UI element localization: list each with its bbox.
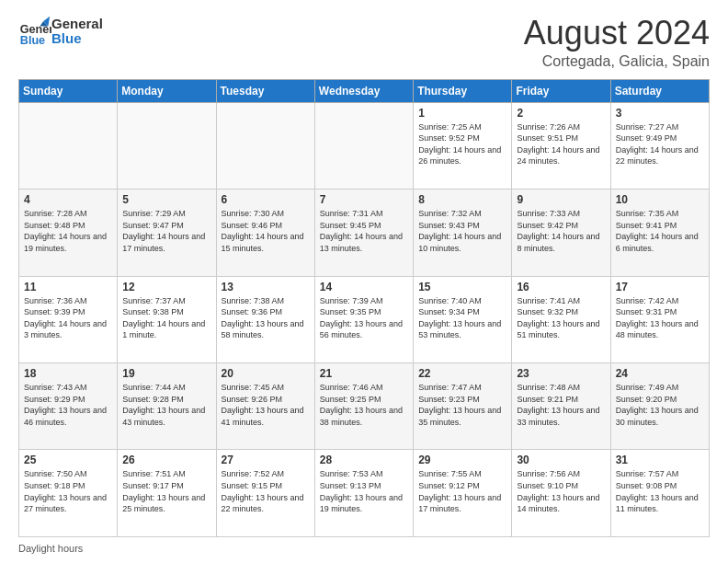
day-number: 24 (616, 367, 704, 380)
day-number: 11 (24, 281, 112, 293)
day-info: Sunrise: 7:56 AM Sunset: 9:10 PM Dayligh… (517, 468, 605, 514)
day-info: Sunrise: 7:52 AM Sunset: 9:15 PM Dayligh… (222, 468, 310, 514)
day-number: 6 (222, 193, 310, 206)
calendar-cell (216, 102, 314, 189)
day-number: 23 (517, 367, 605, 380)
day-info: Sunrise: 7:48 AM Sunset: 9:21 PM Dayligh… (517, 382, 605, 428)
day-info: Sunrise: 7:28 AM Sunset: 9:48 PM Dayligh… (24, 208, 112, 254)
calendar-cell: 24Sunrise: 7:49 AM Sunset: 9:20 PM Dayli… (610, 363, 709, 450)
logo-icon: General Blue (18, 15, 51, 48)
day-info: Sunrise: 7:45 AM Sunset: 9:26 PM Dayligh… (222, 382, 310, 428)
day-info: Sunrise: 7:36 AM Sunset: 9:39 PM Dayligh… (24, 295, 112, 341)
day-number: 30 (517, 454, 605, 466)
calendar-cell: 31Sunrise: 7:57 AM Sunset: 9:08 PM Dayli… (610, 450, 709, 537)
day-info: Sunrise: 7:29 AM Sunset: 9:47 PM Dayligh… (122, 208, 210, 254)
day-info: Sunrise: 7:41 AM Sunset: 9:32 PM Dayligh… (517, 295, 605, 341)
day-info: Sunrise: 7:27 AM Sunset: 9:49 PM Dayligh… (616, 121, 704, 167)
day-number: 21 (320, 367, 408, 380)
day-number: 18 (24, 367, 112, 380)
day-info: Sunrise: 7:31 AM Sunset: 9:45 PM Dayligh… (320, 208, 408, 254)
calendar-table: SundayMondayTuesdayWednesdayThursdayFrid… (18, 79, 710, 537)
week-row-5: 25Sunrise: 7:50 AM Sunset: 9:18 PM Dayli… (19, 450, 710, 537)
day-info: Sunrise: 7:43 AM Sunset: 9:29 PM Dayligh… (24, 382, 112, 428)
day-number: 7 (320, 193, 408, 206)
calendar-cell: 22Sunrise: 7:47 AM Sunset: 9:23 PM Dayli… (414, 363, 512, 450)
week-row-1: 1Sunrise: 7:25 AM Sunset: 9:52 PM Daylig… (19, 102, 710, 189)
logo-line1: General (51, 17, 103, 32)
weekday-header-wednesday: Wednesday (314, 79, 413, 102)
day-number: 20 (222, 367, 310, 380)
calendar-cell: 20Sunrise: 7:45 AM Sunset: 9:26 PM Dayli… (216, 363, 314, 450)
day-number: 31 (616, 454, 704, 466)
week-row-2: 4Sunrise: 7:28 AM Sunset: 9:48 PM Daylig… (19, 190, 710, 276)
calendar-cell: 2Sunrise: 7:26 AM Sunset: 9:51 PM Daylig… (512, 102, 610, 189)
month-title: August 2024 (524, 15, 710, 52)
day-number: 4 (24, 193, 112, 206)
day-number: 3 (616, 107, 704, 120)
calendar-cell: 27Sunrise: 7:52 AM Sunset: 9:15 PM Dayli… (216, 450, 314, 537)
day-info: Sunrise: 7:39 AM Sunset: 9:35 PM Dayligh… (320, 295, 408, 341)
calendar-cell: 6Sunrise: 7:30 AM Sunset: 9:46 PM Daylig… (216, 190, 314, 276)
calendar-cell: 15Sunrise: 7:40 AM Sunset: 9:34 PM Dayli… (414, 276, 512, 362)
calendar-cell: 12Sunrise: 7:37 AM Sunset: 9:38 PM Dayli… (118, 276, 216, 362)
day-info: Sunrise: 7:47 AM Sunset: 9:23 PM Dayligh… (418, 382, 506, 428)
week-row-3: 11Sunrise: 7:36 AM Sunset: 9:39 PM Dayli… (19, 276, 710, 362)
calendar-cell: 16Sunrise: 7:41 AM Sunset: 9:32 PM Dayli… (512, 276, 610, 362)
day-number: 25 (24, 454, 112, 466)
day-info: Sunrise: 7:26 AM Sunset: 9:51 PM Dayligh… (517, 121, 605, 167)
day-number: 14 (320, 281, 408, 293)
day-number: 17 (616, 281, 704, 293)
footer: Daylight hours (18, 543, 710, 554)
title-block: August 2024 Cortegada, Galicia, Spain (524, 15, 710, 70)
day-info: Sunrise: 7:50 AM Sunset: 9:18 PM Dayligh… (24, 468, 112, 514)
day-number: 29 (418, 454, 506, 466)
calendar-cell: 18Sunrise: 7:43 AM Sunset: 9:29 PM Dayli… (19, 363, 118, 450)
calendar-cell (19, 102, 118, 189)
header: General Blue General Blue August 2024 Co… (18, 15, 710, 70)
week-row-4: 18Sunrise: 7:43 AM Sunset: 9:29 PM Dayli… (19, 363, 710, 450)
footer-label: Daylight hours (18, 543, 83, 554)
day-info: Sunrise: 7:46 AM Sunset: 9:25 PM Dayligh… (320, 382, 408, 428)
calendar-cell: 4Sunrise: 7:28 AM Sunset: 9:48 PM Daylig… (19, 190, 118, 276)
day-info: Sunrise: 7:37 AM Sunset: 9:38 PM Dayligh… (122, 295, 210, 341)
logo: General Blue General Blue (18, 15, 103, 48)
calendar-cell: 17Sunrise: 7:42 AM Sunset: 9:31 PM Dayli… (610, 276, 709, 362)
weekday-header-tuesday: Tuesday (216, 79, 314, 102)
calendar-cell: 10Sunrise: 7:35 AM Sunset: 9:41 PM Dayli… (610, 190, 709, 276)
day-number: 2 (517, 107, 605, 120)
day-info: Sunrise: 7:35 AM Sunset: 9:41 PM Dayligh… (616, 208, 704, 254)
weekday-header-monday: Monday (118, 79, 216, 102)
calendar-cell: 25Sunrise: 7:50 AM Sunset: 9:18 PM Dayli… (19, 450, 118, 537)
calendar-cell: 29Sunrise: 7:55 AM Sunset: 9:12 PM Dayli… (414, 450, 512, 537)
day-info: Sunrise: 7:42 AM Sunset: 9:31 PM Dayligh… (616, 295, 704, 341)
day-number: 28 (320, 454, 408, 466)
calendar-cell: 7Sunrise: 7:31 AM Sunset: 9:45 PM Daylig… (314, 190, 413, 276)
calendar-cell: 8Sunrise: 7:32 AM Sunset: 9:43 PM Daylig… (414, 190, 512, 276)
day-number: 1 (418, 107, 506, 120)
day-number: 19 (122, 367, 210, 380)
weekday-header-sunday: Sunday (19, 79, 118, 102)
day-info: Sunrise: 7:57 AM Sunset: 9:08 PM Dayligh… (616, 468, 704, 514)
weekday-header-thursday: Thursday (414, 79, 512, 102)
day-info: Sunrise: 7:55 AM Sunset: 9:12 PM Dayligh… (418, 468, 506, 514)
weekday-header-row: SundayMondayTuesdayWednesdayThursdayFrid… (19, 79, 710, 102)
day-number: 27 (222, 454, 310, 466)
calendar-cell (314, 102, 413, 189)
day-info: Sunrise: 7:25 AM Sunset: 9:52 PM Dayligh… (418, 121, 506, 167)
day-number: 16 (517, 281, 605, 293)
day-number: 10 (616, 193, 704, 206)
svg-text:Blue: Blue (20, 34, 45, 47)
calendar-cell: 5Sunrise: 7:29 AM Sunset: 9:47 PM Daylig… (118, 190, 216, 276)
day-number: 9 (517, 193, 605, 206)
day-number: 15 (418, 281, 506, 293)
calendar-cell: 14Sunrise: 7:39 AM Sunset: 9:35 PM Dayli… (314, 276, 413, 362)
day-number: 12 (122, 281, 210, 293)
day-info: Sunrise: 7:44 AM Sunset: 9:28 PM Dayligh… (122, 382, 210, 428)
calendar-cell: 30Sunrise: 7:56 AM Sunset: 9:10 PM Dayli… (512, 450, 610, 537)
calendar-cell: 21Sunrise: 7:46 AM Sunset: 9:25 PM Dayli… (314, 363, 413, 450)
calendar-cell: 28Sunrise: 7:53 AM Sunset: 9:13 PM Dayli… (314, 450, 413, 537)
weekday-header-saturday: Saturday (610, 79, 709, 102)
day-number: 13 (222, 281, 310, 293)
calendar-cell: 11Sunrise: 7:36 AM Sunset: 9:39 PM Dayli… (19, 276, 118, 362)
day-info: Sunrise: 7:32 AM Sunset: 9:43 PM Dayligh… (418, 208, 506, 254)
